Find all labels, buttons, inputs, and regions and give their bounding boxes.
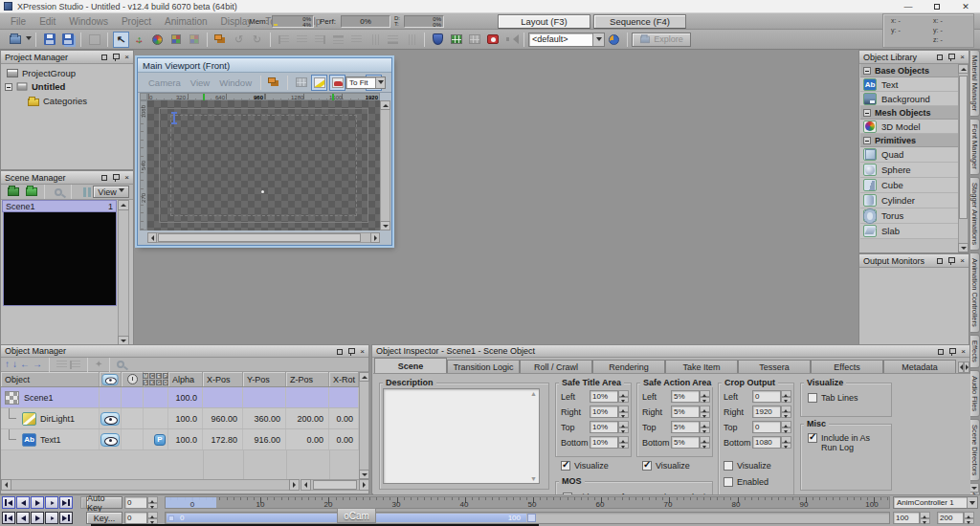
object-table-vscrollbar[interactable]	[359, 372, 369, 479]
visibility-eye-icon[interactable]	[100, 412, 120, 426]
tab-scene-directors[interactable]: Scene Directors	[970, 419, 980, 481]
scrollbar-thumb[interactable]	[313, 480, 357, 490]
scene-manager-titlebar[interactable]: Scene Manager ×	[1, 171, 133, 185]
layers-icon[interactable]	[212, 32, 229, 48]
explore-button[interactable]: Explore	[632, 33, 691, 47]
safe-action-visualize-checkbox[interactable]: Visualize	[642, 461, 690, 471]
save-all-icon[interactable]	[59, 32, 76, 48]
preset-combo[interactable]: <default>	[528, 33, 605, 47]
viewport-menu-view[interactable]: View	[186, 77, 214, 88]
object-inspector-titlebar[interactable]: Object Inspector - Scene1 - Scene Object…	[372, 345, 969, 358]
safe-title-left-spinner[interactable]: 10%	[590, 390, 629, 403]
crop-visualize-checkbox[interactable]: Visualize	[724, 461, 771, 471]
collapse-icon[interactable]	[863, 137, 871, 144]
tab-effects[interactable]: Effects	[970, 335, 980, 368]
lighting-toggle-icon[interactable]	[311, 75, 327, 91]
scroll-down-icon[interactable]	[958, 243, 969, 252]
column-view-icon[interactable]	[77, 184, 93, 200]
tab-audio-files[interactable]: Audio Files	[970, 370, 980, 417]
library-item-cylinder[interactable]: Cylinder	[860, 193, 958, 208]
menu-file[interactable]: File	[4, 16, 33, 27]
go-first-button[interactable]	[2, 512, 15, 524]
menu-windows[interactable]: Windows	[62, 16, 115, 27]
play-button[interactable]	[31, 512, 44, 524]
distribute-v-icon[interactable]	[367, 32, 383, 48]
frame-spinner-bottom[interactable]: 0	[124, 512, 158, 524]
range-start-handle[interactable]	[168, 515, 174, 521]
collapse-tree-icon[interactable]	[70, 361, 80, 369]
shield-icon[interactable]	[430, 32, 446, 48]
search-objects-icon[interactable]	[117, 361, 124, 368]
scroll-down-icon[interactable]	[380, 221, 390, 230]
library-item-cube[interactable]: Cube	[860, 178, 958, 193]
prev-frame-button[interactable]	[16, 496, 30, 509]
monitor-icon[interactable]	[86, 32, 102, 48]
spin-down-icon[interactable]	[781, 397, 791, 404]
safe-action-top-spinner[interactable]: 5%	[671, 421, 710, 433]
minimize-button[interactable]: —	[894, 0, 923, 13]
zoom-dropdown-icon[interactable]	[375, 77, 385, 88]
scroll-left-icon[interactable]	[1, 479, 11, 491]
table-row-text1[interactable]: AbText1 P 100.0 172.80 916.00 0.00 0.00	[1, 429, 359, 450]
column-animation[interactable]	[122, 372, 144, 386]
redo-icon[interactable]: ↻	[249, 32, 265, 48]
tab-scene[interactable]: Scene	[374, 358, 447, 373]
align-top-icon[interactable]	[330, 32, 346, 48]
safe-title-bottom-spinner[interactable]: 10%	[590, 436, 629, 449]
column-flags[interactable]: MCEP SKGD	[144, 372, 168, 386]
pin-icon[interactable]	[110, 172, 121, 183]
key-button[interactable]: Key...	[86, 512, 122, 524]
tab-animation-controllers[interactable]: Animation Controllers	[970, 252, 980, 333]
spin-down-icon[interactable]	[147, 503, 158, 510]
column-object[interactable]: Object	[1, 372, 100, 386]
loop-end-spinner[interactable]: 200	[937, 512, 974, 524]
save-icon[interactable]	[41, 32, 57, 48]
pin-icon[interactable]	[946, 255, 956, 266]
move-tool-icon[interactable]: ↔↕	[131, 32, 147, 48]
library-item-slab[interactable]: Slab	[860, 224, 958, 239]
search-scene-icon[interactable]	[50, 184, 66, 200]
scene-list-scrollbar[interactable]	[118, 200, 129, 346]
viewport-menu-window[interactable]: Window	[214, 77, 256, 88]
go-last-button[interactable]	[59, 512, 73, 524]
play-button[interactable]	[31, 496, 44, 509]
tab-layout[interactable]: Layout (F3)	[498, 14, 590, 29]
select-tool-icon[interactable]: ↖	[113, 32, 129, 48]
scrollbar-thumb[interactable]	[158, 233, 361, 242]
new-scene-group-icon[interactable]	[23, 184, 39, 200]
tab-sequence[interactable]: Sequence (F4)	[593, 14, 686, 29]
record-icon[interactable]	[484, 32, 501, 48]
visibility-eye-icon[interactable]	[100, 433, 120, 447]
tab-stagger-animations[interactable]: Stagger Animations	[970, 177, 980, 251]
scale-tool-icon[interactable]	[167, 32, 184, 48]
pin-icon[interactable]	[947, 346, 957, 357]
menu-animation[interactable]: Animation	[158, 16, 213, 27]
open-project-icon[interactable]	[7, 32, 23, 48]
section-base-objects[interactable]: Base Objects	[860, 64, 958, 77]
pin-icon[interactable]	[946, 52, 956, 62]
scroll-right-icon[interactable]	[359, 479, 369, 491]
go-last-button[interactable]	[59, 496, 73, 509]
scroll-right-icon[interactable]	[370, 232, 380, 243]
spin-down-icon[interactable]	[618, 412, 629, 419]
crop-left-spinner[interactable]: 0	[752, 390, 791, 403]
tab-scroll-right-icon[interactable]	[964, 362, 969, 373]
column-alpha[interactable]: Alpha	[168, 372, 203, 386]
timeline-ruler[interactable]: 0 10 20 30 40 50 60 70 80 90 100	[165, 496, 890, 509]
auto-key-button[interactable]: Auto Key	[86, 496, 122, 509]
safe-action-right-spinner[interactable]: 5%	[671, 405, 710, 418]
menu-edit[interactable]: Edit	[33, 16, 62, 27]
column-y-pos[interactable]: Y-Pos	[243, 372, 286, 386]
close-button[interactable]: ✕	[951, 0, 980, 13]
spin-down-icon[interactable]	[964, 518, 974, 525]
restore-icon[interactable]	[934, 52, 945, 62]
library-item-text[interactable]: AbText	[860, 77, 958, 92]
maximize-button[interactable]	[923, 0, 951, 13]
spin-down-icon[interactable]	[781, 427, 791, 434]
restore-icon[interactable]	[334, 346, 345, 357]
scroll-up-icon[interactable]	[958, 64, 969, 74]
restore-icon[interactable]	[935, 346, 946, 357]
tab-take-item[interactable]: Take Item	[665, 360, 738, 373]
crop-enabled-checkbox[interactable]: Enabled	[724, 477, 768, 487]
library-item-3d-model[interactable]: 3D Model	[860, 120, 958, 134]
